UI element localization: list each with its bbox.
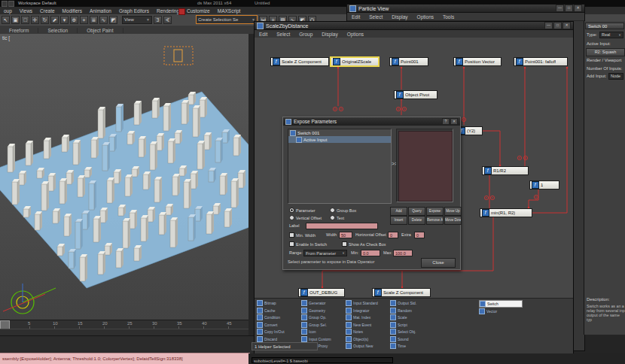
dialog-button[interactable]: Expose [426,207,444,216]
menu-item[interactable]: Select [364,14,387,20]
menu-item[interactable]: Modifiers [59,8,86,14]
tree-item-active-input[interactable]: Active Input [288,136,391,143]
menu-item[interactable]: Views [16,8,36,14]
align-icon[interactable]: ⌖ [80,16,88,24]
snap-3d-icon[interactable]: 3 [154,16,162,24]
dialog-button[interactable]: Delete [408,216,425,225]
viewport-label[interactable]: tic [ [2,35,10,41]
workspace-dropdown[interactable]: Workspace Default [18,1,56,5]
depot-item[interactable]: Output New [346,343,388,349]
depot-item[interactable]: Select Obj. [390,329,432,335]
mirror-icon[interactable]: ⊕ [70,16,78,24]
depot-item[interactable]: Group Sel. [301,322,343,328]
menu-item[interactable]: Select [272,32,294,37]
menu-item[interactable]: Group [294,32,317,37]
select-and-rotate-icon[interactable]: ↻ [41,16,49,24]
depot-item[interactable]: Group Op. [301,314,343,320]
view-dropdown[interactable]: View▼ [122,16,152,24]
depot-item[interactable]: Generator [301,300,343,306]
menu-item[interactable]: Tools [438,14,459,20]
parameter-tree[interactable]: Switch 001 Active Input [288,129,392,204]
named-selection-combo[interactable]: Create Selection Se▼ [196,15,258,24]
menu-item[interactable]: Customize [183,8,214,14]
depot-item[interactable]: New Event [346,322,388,328]
dialog-button[interactable]: Move Up [444,207,462,216]
select-object-icon[interactable]: ↖ [2,16,10,24]
depot-item[interactable]: Icon [301,329,343,335]
depot-item[interactable]: Input Standard [346,300,388,306]
graph-node[interactable]: ƒScale Z Component [270,57,329,66]
switch-rollout-header[interactable]: Switch 00 [585,23,624,29]
menu-item[interactable]: Edit [255,32,272,37]
close-icon[interactable]: ✕ [562,22,571,29]
angle-snap-icon[interactable]: ∢ [163,16,172,24]
depot-item[interactable]: Object(s) [346,336,388,342]
min-input[interactable]: 0.0 [361,250,380,256]
graph-node[interactable]: ƒScale Z Component [372,288,431,297]
ribbon-tab[interactable]: Freeform [0,28,38,33]
graph-node[interactable]: ƒObject Pivot [394,90,438,99]
menu-item[interactable]: Edit [347,14,364,20]
close-button[interactable]: Close [421,258,456,268]
viewport-canvas[interactable] [0,34,248,320]
snap-toggle-icon[interactable]: ▾ [60,16,69,24]
depot-item[interactable]: Bitmap [257,300,299,306]
min-width-checkbox[interactable]: Min. Width [289,232,316,238]
menu-item[interactable]: MAXScript [214,8,245,14]
select-and-move-icon[interactable]: ✛ [31,16,39,24]
radio-vertical-offset[interactable]: Vertical Offset [289,215,322,220]
maxscript-mini-listener[interactable]: ssembly:[ExposeHolder]; Antenna; Thresho… [0,353,250,364]
node-editor-titlebar[interactable]: ScaleZbyDistance — □ ✕ [255,22,573,30]
select-by-name-icon[interactable]: ▣ [11,16,20,24]
hoffset-input[interactable]: 0 [388,232,398,238]
viewport[interactable] [0,34,248,320]
selection-region-icon[interactable]: □ [21,16,29,24]
maximize-icon[interactable]: □ [565,5,573,12]
curve-editor-icon[interactable]: ∿ [99,16,108,24]
graph-node[interactable]: ƒOriginalZScale [331,57,379,66]
depot-item[interactable]: Condition [257,314,299,320]
depot-item[interactable]: Vector [479,308,521,314]
depot-item[interactable]: Cache [257,308,299,314]
dialog-button[interactable]: Add [390,207,407,216]
depot-item[interactable]: Geometry [301,308,343,314]
label-input[interactable] [306,223,378,229]
quick-access-icon[interactable] [8,1,14,7]
radio-group-box[interactable]: Group Box [330,208,356,213]
show-as-checkbox-checkbox[interactable]: Show As Check Box [342,241,386,247]
close-icon[interactable]: ✕ [574,5,582,12]
radio-text[interactable]: Text [330,215,344,220]
type-dropdown[interactable]: Real▼ [599,32,623,38]
graph-node[interactable]: ƒmin(R1, R2) [480,208,532,217]
tree-item-switch[interactable]: Switch 001 [288,129,391,136]
menu-item[interactable]: Graph Editors [115,8,153,14]
help-icon[interactable]: ? [442,118,450,125]
dialog-button[interactable]: Insert [390,216,407,225]
minimize-icon[interactable]: — [544,22,553,29]
dialog-button[interactable]: Move Down [444,216,462,225]
width-input[interactable]: 50 [339,232,352,238]
menu-item[interactable]: Display [317,32,342,37]
layer-manager-icon[interactable]: ≣ [90,16,98,24]
depot-item[interactable]: Input Custom [301,336,343,342]
depot-item[interactable]: Time [390,343,432,349]
enable-in-switch-checkbox[interactable]: Enable In Switch [289,241,327,247]
dialog-button[interactable]: Query [408,207,425,216]
graph-node[interactable]: ƒPoint001 [389,57,428,66]
add-input-field[interactable]: Node [608,73,623,80]
menu-item[interactable]: Animation [86,8,115,14]
ribbon-tab[interactable]: Selection [38,28,78,33]
close-icon[interactable]: ✕ [450,118,458,125]
listener-command-line[interactable]: subobjectLevel]=-1 $.baseobj [252,357,393,363]
record-icon[interactable] [178,8,185,15]
graph-node[interactable]: ƒ1 [529,180,559,190]
graph-node[interactable]: ƒOUT_DEBUG [298,288,345,297]
app-logo-icon[interactable] [2,1,8,7]
depot-item[interactable]: Copy In/Out [257,329,299,335]
max-input[interactable]: 100.0 [393,250,413,256]
particle-view-titlebar[interactable]: Particle View — □ ✕ [347,5,584,13]
graph-node[interactable]: ƒPosition Vector [453,57,502,66]
depot-item[interactable]: Discard [257,336,299,342]
depot-item[interactable]: Switch [479,300,523,308]
range-dropdown[interactable]: From Parameter▼ [303,250,347,256]
